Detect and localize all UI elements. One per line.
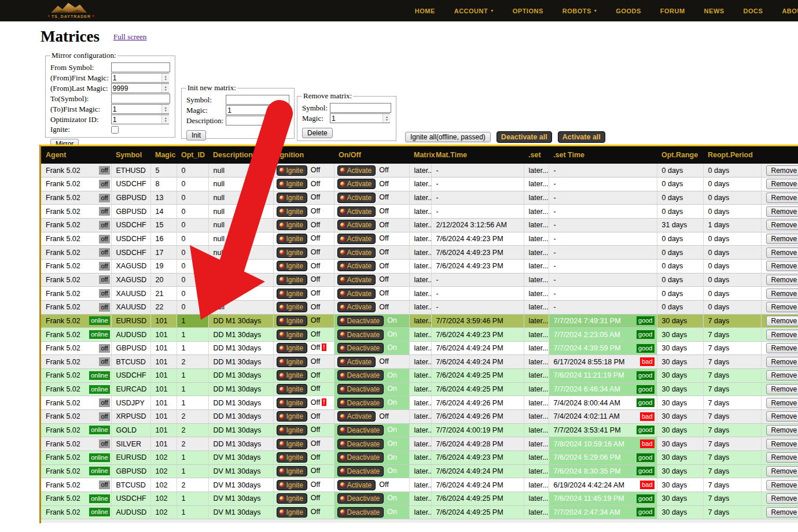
ignite-button[interactable]: Ignite [277,425,307,435]
init-description-input[interactable] [226,116,289,125]
ignite-button[interactable]: Ignite [277,316,307,326]
remove-button[interactable]: Remove [766,343,798,353]
activate-button[interactable]: Activate [337,275,376,285]
delete-button[interactable]: Delete [302,128,333,138]
deactivate-button[interactable]: Deactivate [337,316,384,326]
remove-button[interactable]: Remove [766,439,798,449]
init-button[interactable]: Init [186,130,206,141]
ignite-button[interactable]: Ignite [277,234,307,244]
deactivate-button[interactable]: Deactivate [337,370,384,380]
nav-item-robots[interactable]: ROBOTS▾ [562,8,597,14]
remove-button[interactable]: Remove [766,247,798,258]
site-logo[interactable]: TS_DAYTRADER [37,1,105,21]
ignite-button[interactable]: Ignite [277,193,307,203]
number-spinner[interactable]: ▲▼ [161,73,170,82]
activate-button[interactable]: Activate [337,220,376,230]
activate-button[interactable]: Activate [337,179,376,189]
remove-button[interactable]: Remove [766,480,798,490]
init-symbol-input[interactable] [226,95,289,105]
number-spinner[interactable]: ▲▼ [383,114,391,123]
activate-button[interactable]: Activate [337,234,376,244]
deactivate-all-button[interactable]: Deactivate all [497,131,552,143]
ignite-checkbox[interactable] [111,126,119,134]
deactivate-button[interactable]: Deactivate [337,384,384,394]
remove-button[interactable]: Remove [766,466,798,476]
to-first-magic-input[interactable] [111,104,169,114]
remove-button[interactable]: Remove [766,357,798,367]
remove-button[interactable]: Remove [766,206,798,217]
ignite-button[interactable]: Ignite [277,206,307,217]
ignite-button[interactable]: Ignite [277,179,307,189]
number-spinner[interactable]: ▲▼ [161,115,170,124]
remove-button[interactable]: Remove [766,261,798,271]
number-spinner[interactable]: ▲▼ [161,105,170,113]
ignite-button[interactable]: Ignite [277,480,307,490]
deactivate-button[interactable]: Deactivate [337,425,384,435]
ignite-button[interactable]: Ignite [277,330,307,340]
remove-button[interactable]: Remove [766,316,798,326]
ignite-button[interactable]: Ignite [277,466,307,476]
to-symbol-input[interactable] [111,94,170,104]
deactivate-button[interactable]: Deactivate [337,452,384,463]
activate-button[interactable]: Activate [337,165,376,176]
remove-button[interactable]: Remove [766,507,798,518]
deactivate-button[interactable]: Deactivate [337,330,384,340]
activate-all-button[interactable]: Activate all [558,131,605,143]
remove-symbol-input[interactable] [330,103,391,113]
from-last-magic-input[interactable] [111,83,169,93]
activate-button[interactable]: Activate [337,289,376,299]
remove-button[interactable]: Remove [766,179,798,189]
ignite-button[interactable]: Ignite [277,343,307,353]
activate-button[interactable]: Activate [337,480,376,490]
ignite-button[interactable]: Ignite [277,398,307,408]
activate-button[interactable]: Activate [337,206,376,217]
nav-item-options[interactable]: OPTIONS [513,8,543,14]
activate-button[interactable]: Activate [337,302,376,312]
ignite-button[interactable]: Ignite [277,507,307,518]
ignite-button[interactable]: Ignite [277,247,307,258]
ignite-button[interactable]: Ignite [277,289,307,299]
remove-button[interactable]: Remove [766,330,798,340]
deactivate-button[interactable]: Deactivate [337,439,384,449]
remove-button[interactable]: Remove [766,398,798,408]
optimizator-id-input[interactable] [111,114,169,124]
deactivate-button[interactable]: Deactivate [337,466,384,476]
deactivate-button[interactable]: Deactivate [337,398,384,408]
activate-button[interactable]: Activate [337,193,376,203]
nav-item-about[interactable]: ABOUT [782,8,798,14]
ignite-button[interactable]: Ignite [277,275,307,285]
ignite-button[interactable]: Ignite [277,493,307,504]
activate-button[interactable]: Activate [337,261,376,271]
nav-item-news[interactable]: NEWS [704,8,725,14]
from-symbol-input[interactable] [111,62,170,72]
ignite-button[interactable]: Ignite [277,261,307,271]
activate-button[interactable]: Activate [337,357,376,367]
ignite-all-button[interactable]: Ignite all(offline, passed) [405,132,491,142]
remove-button[interactable]: Remove [766,234,798,244]
remove-button[interactable]: Remove [766,452,798,463]
ignite-button[interactable]: Ignite [277,411,307,422]
nav-item-home[interactable]: HOME [415,8,435,14]
init-magic-input[interactable] [226,105,288,115]
full-screen-link[interactable]: Full screen [113,32,146,41]
remove-button[interactable]: Remove [766,302,798,312]
number-spinner[interactable]: ▲▼ [281,106,289,114]
activate-button[interactable]: Activate [337,411,376,422]
remove-button[interactable]: Remove [766,411,798,422]
ignite-button[interactable]: Ignite [277,370,307,380]
number-spinner[interactable]: ▲▼ [161,84,170,93]
ignite-button[interactable]: Ignite [277,452,307,463]
nav-item-goods[interactable]: GOODS [616,8,641,14]
ignite-button[interactable]: Ignite [277,357,307,367]
nav-item-docs[interactable]: DOCS [744,8,763,14]
remove-magic-input[interactable] [330,113,390,123]
remove-button[interactable]: Remove [766,493,798,504]
remove-button[interactable]: Remove [766,220,798,230]
remove-button[interactable]: Remove [766,370,798,380]
deactivate-button[interactable]: Deactivate [337,343,384,353]
remove-button[interactable]: Remove [766,289,798,299]
deactivate-button[interactable]: Deactivate [337,507,384,518]
from-first-magic-input[interactable] [111,73,169,83]
nav-item-forum[interactable]: FORUM [660,8,685,14]
remove-button[interactable]: Remove [766,275,798,285]
